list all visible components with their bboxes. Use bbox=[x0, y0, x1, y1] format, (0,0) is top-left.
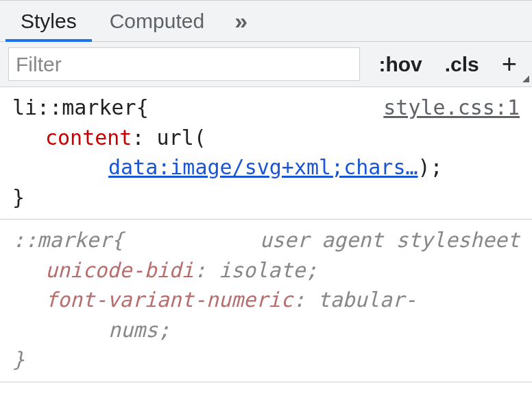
styles-toolbar: :hov .cls + bbox=[0, 42, 532, 87]
property-name: unicode-bidi bbox=[45, 258, 194, 282]
declaration-continuation: nums; bbox=[12, 315, 520, 345]
declaration: font-variant-numeric: tabular- bbox=[12, 285, 520, 315]
new-style-rule-button[interactable]: + bbox=[490, 42, 532, 86]
selector-text: ::marker bbox=[12, 225, 112, 255]
open-brace: { bbox=[112, 225, 124, 255]
dropdown-corner-icon bbox=[522, 76, 529, 82]
declaration[interactable]: content: url( bbox=[12, 123, 520, 153]
tab-label: Styles bbox=[21, 10, 77, 33]
tab-label: Computed bbox=[110, 10, 204, 33]
filter-wrap bbox=[0, 42, 367, 86]
tab-computed[interactable]: Computed bbox=[93, 1, 221, 41]
close-brace: } bbox=[12, 183, 520, 213]
styles-panel: Styles Computed » :hov .cls + li::marker… bbox=[0, 0, 532, 394]
property-value-line1: tabular- bbox=[317, 288, 417, 312]
property-value-suffix: ); bbox=[418, 155, 443, 179]
property-value-prefix: url( bbox=[157, 126, 206, 150]
rules-pane: li::marker { style.css:1 content: url( d… bbox=[0, 87, 532, 394]
cls-label: .cls bbox=[445, 53, 479, 76]
tabs-overflow-button[interactable]: » bbox=[221, 8, 263, 34]
filter-input[interactable] bbox=[8, 47, 360, 81]
declaration: unicode-bidi: isolate; bbox=[12, 255, 520, 286]
style-rule-ua[interactable]: ::marker { user agent stylesheet unicode… bbox=[0, 220, 532, 382]
selector-line: ::marker { user agent stylesheet bbox=[12, 225, 520, 255]
data-url-link[interactable]: data:image/svg+xml;chars… bbox=[108, 155, 418, 179]
property-name: font-variant-numeric bbox=[45, 288, 293, 312]
tab-styles[interactable]: Styles bbox=[4, 1, 93, 41]
property-name[interactable]: content bbox=[45, 126, 132, 150]
declaration-continuation: data:image/svg+xml;chars…); bbox=[12, 152, 520, 183]
selector-text[interactable]: li::marker bbox=[12, 93, 136, 123]
hov-toggle-button[interactable]: :hov bbox=[367, 42, 433, 86]
source-ua-label: user agent stylesheet bbox=[260, 225, 520, 255]
property-value-line2: nums; bbox=[108, 318, 170, 342]
source-link[interactable]: style.css:1 bbox=[383, 93, 520, 123]
property-value: isolate; bbox=[219, 258, 318, 282]
style-rule[interactable]: li::marker { style.css:1 content: url( d… bbox=[0, 87, 532, 220]
close-brace: } bbox=[12, 345, 520, 375]
chevron-double-right-icon: » bbox=[234, 8, 249, 34]
hov-label: :hov bbox=[378, 53, 422, 76]
cls-toggle-button[interactable]: .cls bbox=[433, 42, 490, 86]
open-brace: { bbox=[136, 93, 149, 123]
tab-bar: Styles Computed » bbox=[0, 1, 532, 42]
plus-icon: + bbox=[502, 49, 517, 79]
selector-line: li::marker { style.css:1 bbox=[12, 93, 520, 123]
